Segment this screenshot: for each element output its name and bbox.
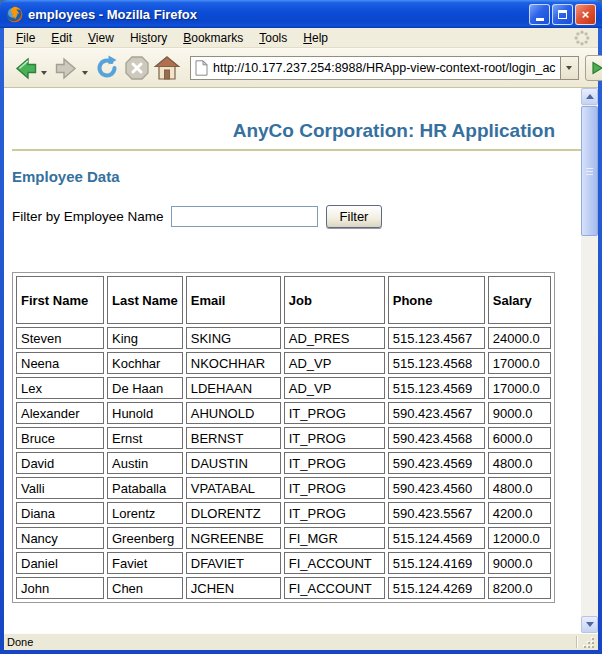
window-title: employees - Mozilla Firefox	[28, 7, 197, 22]
table-cell: 17000.0	[488, 377, 551, 399]
column-header: Phone	[388, 276, 485, 324]
scrollbar-track[interactable]	[581, 236, 598, 616]
throbber-icon	[574, 30, 590, 46]
url-input[interactable]: http://10.177.237.254:8988/HRApp-view-co…	[190, 56, 561, 80]
stop-button[interactable]	[122, 53, 152, 83]
forward-button[interactable]	[51, 53, 92, 84]
scroll-up-icon	[586, 94, 594, 99]
table-cell: IT_PROG	[284, 402, 385, 424]
table-row: ValliPataballaVPATABALIT_PROG590.423.456…	[16, 477, 551, 499]
table-cell: 590.423.5567	[388, 502, 485, 524]
statusbar: Done	[4, 633, 598, 650]
filter-button[interactable]: Filter	[326, 205, 383, 228]
menu-history[interactable]: History	[122, 29, 175, 47]
scroll-down-icon	[586, 622, 594, 627]
table-cell: Faviet	[107, 552, 183, 574]
page-icon	[195, 60, 208, 76]
table-cell: FI_ACCOUNT	[284, 552, 385, 574]
table-row: JohnChenJCHENFI_ACCOUNT515.124.42698200.…	[16, 577, 551, 599]
status-text: Done	[7, 636, 33, 648]
table-cell: 8200.0	[488, 577, 551, 599]
table-row: BruceErnstBERNSTIT_PROG590.423.45686000.…	[16, 427, 551, 449]
table-cell: David	[16, 452, 104, 474]
table-cell: NKOCHHAR	[186, 352, 281, 374]
menu-view[interactable]: View	[80, 29, 122, 47]
table-cell: Daniel	[16, 552, 104, 574]
table-cell: AD_VP	[284, 352, 385, 374]
menu-help[interactable]: Help	[295, 29, 336, 47]
go-button[interactable]	[585, 55, 602, 81]
table-row: DavidAustinDAUSTINIT_PROG590.423.4569480…	[16, 452, 551, 474]
menu-edit[interactable]: Edit	[43, 29, 80, 47]
status-separator	[576, 636, 577, 648]
scrollbar-thumb[interactable]	[581, 106, 598, 236]
page: AnyCo Corporation: HR Application Employ…	[4, 88, 581, 633]
page-title: AnyCo Corporation: HR Application	[12, 120, 555, 142]
resize-grip[interactable]	[581, 636, 595, 649]
back-icon	[11, 54, 40, 83]
table-cell: Neena	[16, 352, 104, 374]
table-cell: 4800.0	[488, 452, 551, 474]
url-text: http://10.177.237.254:8988/HRApp-view-co…	[213, 61, 556, 75]
titlebar[interactable]: employees - Mozilla Firefox ×	[0, 0, 602, 28]
table-cell: 590.423.4568	[388, 427, 485, 449]
table-cell: 515.123.4567	[388, 327, 485, 349]
table-cell: Diana	[16, 502, 104, 524]
table-cell: Lorentz	[107, 502, 183, 524]
table-cell: Bruce	[16, 427, 104, 449]
menu-tools[interactable]: Tools	[251, 29, 295, 47]
forward-icon	[52, 54, 81, 83]
column-header: Job	[284, 276, 385, 324]
home-icon	[153, 54, 181, 82]
reload-button[interactable]	[92, 53, 122, 83]
header-row: First NameLast NameEmailJobPhoneSalary	[16, 276, 551, 324]
table-cell: IT_PROG	[284, 477, 385, 499]
filter-input[interactable]	[171, 206, 318, 227]
menubar-items: FileEditViewHistoryBookmarksToolsHelp	[8, 29, 336, 47]
table-row: NeenaKochharNKOCHHARAD_VP515.123.4568170…	[16, 352, 551, 374]
table-cell: 4800.0	[488, 477, 551, 499]
table-row: DanielFavietDFAVIETFI_ACCOUNT515.124.416…	[16, 552, 551, 574]
table-cell: 12000.0	[488, 527, 551, 549]
table-cell: 590.423.4567	[388, 402, 485, 424]
menubar: FileEditViewHistoryBookmarksToolsHelp	[4, 28, 598, 48]
forward-dropdown-icon[interactable]	[82, 71, 88, 75]
table-cell: 590.423.4569	[388, 452, 485, 474]
table-cell: Hunold	[107, 402, 183, 424]
url-dropdown-button[interactable]	[561, 56, 579, 80]
maximize-button[interactable]	[552, 4, 573, 25]
table-cell: AD_VP	[284, 377, 385, 399]
table-cell: Valli	[16, 477, 104, 499]
browser-content: AnyCo Corporation: HR Application Employ…	[4, 88, 598, 633]
table-cell: Chen	[107, 577, 183, 599]
table-cell: LDEHAAN	[186, 377, 281, 399]
scroll-up-button[interactable]	[581, 88, 598, 105]
home-button[interactable]	[152, 53, 182, 83]
filter-label: Filter by Employee Name	[12, 209, 164, 224]
chevron-down-icon	[566, 66, 572, 70]
firefox-icon	[6, 6, 23, 23]
minimize-button[interactable]	[529, 4, 550, 25]
back-button[interactable]	[10, 53, 51, 84]
table-cell: IT_PROG	[284, 502, 385, 524]
urlbar: http://10.177.237.254:8988/HRApp-view-co…	[190, 55, 602, 81]
scroll-down-button[interactable]	[581, 616, 598, 633]
table-cell: NGREENBE	[186, 527, 281, 549]
stop-icon	[123, 54, 151, 82]
menu-file[interactable]: File	[8, 29, 43, 47]
table-cell: Austin	[107, 452, 183, 474]
table-cell: Kochhar	[107, 352, 183, 374]
table-cell: 515.123.4569	[388, 377, 485, 399]
table-cell: IT_PROG	[284, 427, 385, 449]
firefox-window: employees - Mozilla Firefox × FileEditVi…	[0, 0, 602, 654]
close-button[interactable]: ×	[575, 4, 596, 25]
table-cell: JCHEN	[186, 577, 281, 599]
menu-bookmarks[interactable]: Bookmarks	[175, 29, 251, 47]
table-cell: BERNST	[186, 427, 281, 449]
table-row: DianaLorentzDLORENTZIT_PROG590.423.55674…	[16, 502, 551, 524]
table-cell: IT_PROG	[284, 452, 385, 474]
back-dropdown-icon[interactable]	[41, 71, 47, 75]
table-cell: King	[107, 327, 183, 349]
table-cell: 6000.0	[488, 427, 551, 449]
column-header: Salary	[488, 276, 551, 324]
